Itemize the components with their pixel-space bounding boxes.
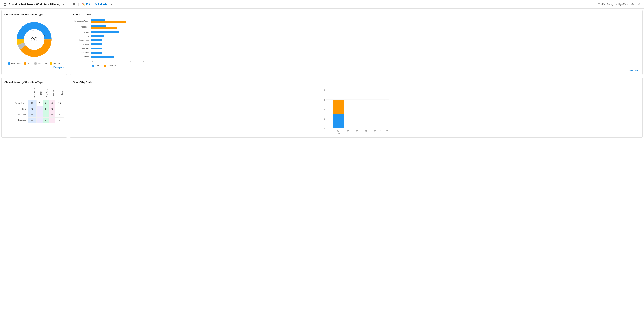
legend-dot-user-story [8,62,10,65]
edit-icon: ✏️ [82,3,85,6]
cell-us-tc: 0 [43,100,49,106]
header-right: Modified 3m ago by Jihye Eom ⚙ ⤢ [598,2,641,7]
svg-text:2: 2 [324,118,325,120]
sprint3-bar-chart: Introducing Wor... feedback (blank) [73,18,640,68]
bar-introducing-active [91,19,105,21]
refresh-icon: ↻ [95,3,97,6]
modified-text: Modified 3m ago by Jihye Eom [598,3,628,6]
bar-high-demand-active [91,39,102,41]
page-title: AnalyticsTest Team - Work Item Filtering [9,3,60,6]
svg-text:16: 16 [356,130,358,132]
svg-text:Oct: Oct [336,133,340,134]
cell-tc-us: 0 [28,112,36,118]
bar-legend-active: Active [92,65,101,67]
legend-test-case: Test Case [34,62,47,65]
bar-features-active [91,48,102,49]
svg-point-4 [73,4,74,5]
row-label-feature: Feature [4,118,28,123]
legend-task: Task [24,62,32,65]
col-header-total: Total [55,86,64,100]
state-bar-resolved [333,100,344,114]
bar-enhanced-active [91,52,102,54]
bar-row-new: new [73,35,640,37]
sprint3-state-chart-wrap: 8 6 4 2 0 14 15 16 17 [73,86,640,135]
cell-us-feat: 0 [49,100,55,106]
svg-text:8: 8 [30,51,31,53]
sprint3-state-title: Sprint3 by State [73,81,640,84]
cell-tc-feat: 0 [49,112,55,118]
bar-feedback-resolved [91,27,117,29]
header-divider [78,3,79,6]
expand-icon[interactable]: ⤢ [637,2,641,7]
col-header-feature: Feature [49,86,55,100]
svg-text:18: 18 [374,130,376,132]
donut-view-query[interactable]: View query [4,66,64,69]
bar-legend-resolved: Resolved [104,65,116,67]
cell-feat-task: 0 [36,118,43,123]
sprint3-c38ec-view-query[interactable]: View query [73,69,640,72]
cell-us-us: 10 [28,100,36,106]
app-header: AnalyticsTest Team - Work Item Filtering… [0,0,644,9]
closed-items-donut-card: Closed Items by Work Item Type [2,10,67,75]
svg-text:17: 17 [365,130,367,132]
table-row-test-case: Test Case 0 0 1 0 1 [4,112,64,118]
bar-filtering-active [91,44,102,45]
bar-row-feedback: feedback [73,25,640,29]
svg-rect-0 [4,3,5,4]
bar-introducing-resolved [91,21,126,23]
bar-row-filtering: filtering [73,43,640,45]
table-row-task: Task 0 8 0 0 8 [4,106,64,112]
legend-dot-test-case [34,62,36,65]
svg-rect-2 [4,5,5,6]
svg-rect-1 [5,3,6,4]
legend-dot-active [92,65,94,67]
donut-chart: 10 8 1 1 20 [14,20,54,59]
table-row-feature: Feature 0 0 0 1 1 [4,118,64,123]
legend-user-story: User Story [8,62,22,65]
donut-section: 10 8 1 1 20 User Story Task Tes [4,18,64,65]
row-label-test-case: Test Case [4,112,28,118]
cell-us-total: 10 [55,100,64,106]
cell-feat-total: 1 [55,118,64,123]
settings-icon[interactable]: ⚙ [630,2,634,7]
legend-feature: Feature [50,62,60,65]
cell-feat-us: 0 [28,118,36,123]
bar-row-blank: (blank) [73,31,640,33]
edit-button[interactable]: ✏️ Edit [81,2,92,7]
donut-card-title: Closed Items by Work Item Type [4,13,64,16]
svg-text:6: 6 [324,99,325,101]
legend-dot-resolved [104,65,106,67]
svg-text:1: 1 [36,28,37,31]
bar-new-active [91,35,104,37]
table-header-empty [4,86,28,100]
refresh-button[interactable]: ↻ Refresh [94,2,108,7]
closed-items-table-card: Closed Items by Work Item Type User Stor… [2,78,67,138]
cell-task-feat: 0 [49,106,55,112]
row-label-user-story: User Story [4,100,28,106]
team-icon[interactable] [72,2,76,6]
cell-task-task: 8 [36,106,43,112]
svg-text:14: 14 [337,130,339,132]
grid-icon[interactable] [3,2,7,7]
state-bar-active [333,114,344,128]
cell-task-tc: 0 [43,106,49,112]
svg-text:4: 4 [324,109,325,111]
sprint3-bar-legend: Active Resolved [92,65,640,67]
svg-rect-3 [5,5,6,6]
title-dropdown-icon[interactable]: ▾ [62,2,65,7]
legend-dot-task [24,62,26,65]
svg-text:8: 8 [324,89,325,91]
bar-row-high-demand: high demand [73,39,640,41]
cell-feat-feat: 1 [49,118,55,123]
cell-task-us: 0 [28,106,36,112]
bar-row-enhanced: enhanced [73,52,640,54]
cell-tc-task: 0 [36,112,43,118]
table-header-row: User Story Task Test Case Feature Total [4,86,64,100]
more-button[interactable]: ··· [110,2,114,7]
sprint3-c38ec-title: Sprint3 - c38ec [73,13,640,16]
svg-text:1: 1 [32,29,34,31]
star-icon[interactable]: ☆ [66,2,70,7]
cell-tc-total: 1 [55,112,64,118]
sprint3-by-state-card: Sprint3 by State 8 6 4 2 0 [70,78,642,138]
svg-text:10: 10 [42,35,45,38]
